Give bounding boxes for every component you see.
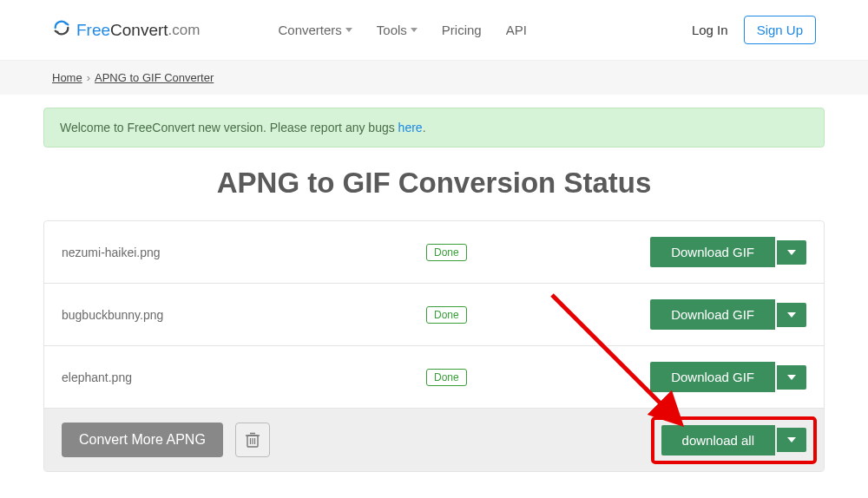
status-badge: Done	[426, 369, 467, 386]
chevron-down-icon	[787, 375, 796, 380]
chevron-down-icon	[787, 312, 796, 318]
nav-converters[interactable]: Converters	[278, 23, 352, 37]
signup-button[interactable]: Sign Up	[744, 16, 816, 44]
file-row: bugbuckbunny.png Done Download GIF	[44, 284, 824, 346]
refresh-icon	[52, 18, 71, 42]
status-cell: Done	[426, 306, 650, 324]
alert-text: Welcome to FreeConvert new version. Plea…	[60, 121, 398, 134]
download-button[interactable]: Download GIF	[650, 299, 775, 330]
nav-pricing[interactable]: Pricing	[442, 23, 482, 37]
main-nav: Converters Tools Pricing API	[278, 23, 691, 37]
chevron-down-icon	[411, 28, 418, 32]
alert-suffix: .	[423, 121, 426, 134]
file-name: bugbuckbunny.png	[62, 308, 426, 322]
nav-label: API	[506, 23, 527, 37]
header: FreeConvert.com Converters Tools Pricing…	[0, 0, 868, 61]
logo-text-com: .com	[168, 22, 201, 39]
logo-text-convert: Convert	[110, 21, 168, 40]
conversion-panel: nezumi-haikei.png Done Download GIF bugb…	[43, 220, 825, 472]
main-content: Welcome to FreeConvert new version. Plea…	[0, 95, 868, 472]
breadcrumb-separator: ›	[87, 71, 90, 84]
status-badge: Done	[426, 306, 467, 324]
login-link[interactable]: Log In	[692, 23, 728, 37]
download-button[interactable]: Download GIF	[650, 362, 775, 392]
status-cell: Done	[426, 244, 650, 261]
site-logo[interactable]: FreeConvert.com	[52, 18, 200, 42]
page-title: APNG to GIF Conversion Status	[43, 167, 825, 200]
row-actions: Download GIF	[650, 237, 806, 267]
trash-icon	[245, 431, 260, 449]
download-options-button[interactable]	[777, 303, 806, 327]
breadcrumb-home[interactable]: Home	[52, 71, 82, 84]
nav-label: Converters	[278, 23, 341, 37]
delete-button[interactable]	[235, 423, 270, 457]
file-name: nezumi-haikei.png	[62, 246, 426, 259]
file-name: elephant.png	[62, 370, 426, 384]
download-all-group: download all	[661, 425, 806, 455]
chevron-down-icon	[345, 28, 352, 32]
alert-link[interactable]: here	[398, 121, 423, 134]
status-cell: Done	[426, 369, 650, 386]
convert-more-button[interactable]: Convert More APNG	[62, 423, 223, 457]
nav-label: Tools	[377, 23, 407, 37]
panel-footer: Convert More APNG download all	[44, 409, 824, 471]
download-all-options-button[interactable]	[777, 428, 806, 452]
breadcrumb-current[interactable]: APNG to GIF Converter	[95, 71, 214, 84]
download-all-button[interactable]: download all	[661, 425, 775, 455]
breadcrumb: Home›APNG to GIF Converter	[0, 61, 868, 95]
chevron-down-icon	[787, 437, 796, 442]
download-button[interactable]: Download GIF	[650, 237, 775, 267]
auth-area: Log In Sign Up	[692, 16, 816, 44]
chevron-down-icon	[787, 250, 796, 255]
nav-tools[interactable]: Tools	[377, 23, 418, 37]
nav-api[interactable]: API	[506, 23, 527, 37]
download-options-button[interactable]	[777, 365, 806, 390]
download-options-button[interactable]	[777, 240, 806, 265]
nav-label: Pricing	[442, 23, 482, 37]
file-row: nezumi-haikei.png Done Download GIF	[44, 221, 824, 284]
logo-text-free: Free	[76, 21, 110, 40]
info-alert: Welcome to FreeConvert new version. Plea…	[43, 108, 825, 147]
file-row: elephant.png Done Download GIF	[44, 346, 824, 409]
status-badge: Done	[426, 244, 467, 261]
row-actions: Download GIF	[650, 362, 806, 392]
row-actions: Download GIF	[650, 299, 806, 330]
